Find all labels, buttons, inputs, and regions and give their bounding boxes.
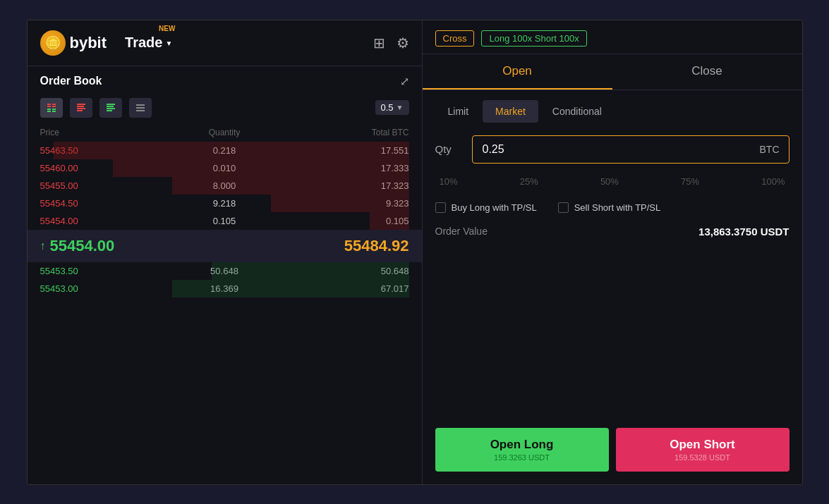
svg-rect-6 <box>47 111 51 112</box>
price-up-arrow-icon: ↑ <box>40 240 46 252</box>
svg-rect-4 <box>47 109 51 110</box>
view-icons <box>40 98 152 118</box>
quantity-column-header: Quantity <box>163 128 286 137</box>
pct-25-button[interactable]: 25% <box>516 173 543 190</box>
svg-rect-3 <box>52 106 56 107</box>
open-short-sub-label: 159.5328 USDT <box>674 453 730 462</box>
order-value-label: Order Value <box>435 226 488 237</box>
pct-10-button[interactable]: 10% <box>435 173 462 190</box>
order-book-controls: 0.5 ▼ <box>28 94 422 125</box>
cross-badge-button[interactable]: Cross <box>435 30 475 47</box>
asks-area: 55463.50 0.218 17.551 55460.00 0.010 17.… <box>28 142 422 230</box>
market-tab[interactable]: Market <box>483 100 538 123</box>
svg-rect-7 <box>52 111 56 112</box>
view-asks-icon <box>75 102 87 113</box>
left-panel: 🪙 bybit NEW Trade ▼ ⊞ ⚙ Order Book ⤢ <box>28 20 423 484</box>
order-book-section: Order Book ⤢ <box>28 66 422 484</box>
open-close-tabs: Open Close <box>423 54 802 90</box>
svg-rect-18 <box>136 110 145 111</box>
open-long-button[interactable]: Open Long 159.3263 USDT <box>435 428 609 472</box>
trade-label: Trade <box>125 35 162 51</box>
header: 🪙 bybit NEW Trade ▼ ⊞ ⚙ <box>28 20 422 66</box>
view-both-icon <box>46 102 57 113</box>
table-row: 55460.00 0.010 17.333 <box>28 159 422 177</box>
conditional-tab[interactable]: Conditional <box>540 100 615 123</box>
percent-row: 10% 25% 50% 75% 100% <box>435 173 789 190</box>
leverage-badge-button[interactable]: Long 100x Short 100x <box>481 30 586 47</box>
order-value-row: Order Value 13,863.3750 USDT <box>435 226 789 238</box>
order-book-title: Order Book <box>40 75 102 87</box>
open-long-sub-label: 159.3263 USDT <box>494 453 550 462</box>
qty-unit: BTC <box>760 144 780 155</box>
svg-rect-16 <box>136 104 145 106</box>
svg-rect-9 <box>77 106 84 107</box>
svg-rect-12 <box>107 104 115 105</box>
qty-input[interactable] <box>472 135 789 164</box>
qty-row: Qty BTC <box>435 135 789 164</box>
table-header: Price Quantity Total BTC <box>28 125 422 142</box>
pct-50-button[interactable]: 50% <box>596 173 623 190</box>
table-row: 55455.00 8.000 17.323 <box>28 177 422 195</box>
form-area: Qty BTC 10% 25% 50% 75% 100% Buy Long wi… <box>423 123 802 428</box>
view-lines-icon <box>135 102 146 113</box>
pct-100-button[interactable]: 100% <box>757 173 789 190</box>
logo-icon: 🪙 <box>40 30 66 56</box>
svg-rect-5 <box>52 109 56 110</box>
limit-tab[interactable]: Limit <box>435 100 482 123</box>
interval-selector[interactable]: 0.5 ▼ <box>375 100 409 115</box>
open-long-label: Open Long <box>490 438 554 452</box>
open-short-button[interactable]: Open Short 159.5328 USDT <box>616 428 789 472</box>
expand-icon[interactable]: ⤢ <box>400 75 409 88</box>
open-short-label: Open Short <box>670 438 735 452</box>
svg-rect-0 <box>47 104 51 105</box>
interval-arrow-icon: ▼ <box>397 104 404 111</box>
order-value-amount: 13,863.3750 USDT <box>698 226 789 238</box>
mid-price-left: ↑ 55454.00 <box>40 237 115 255</box>
svg-rect-14 <box>107 108 115 109</box>
svg-rect-8 <box>77 104 85 105</box>
qty-input-wrapper: BTC <box>472 135 789 164</box>
table-row: 55453.50 50.648 50.648 <box>28 262 422 280</box>
tab-close[interactable]: Close <box>612 54 802 90</box>
table-row: 55463.50 0.218 17.551 <box>28 142 422 159</box>
svg-rect-17 <box>136 107 145 109</box>
table-row: 55453.00 16.369 67.017 <box>28 280 422 297</box>
buy-long-tpsl-checkbox[interactable]: Buy Long with TP/SL <box>435 202 537 213</box>
view-bids-icon <box>105 102 116 113</box>
sell-short-tpsl-checkbox[interactable]: Sell Short with TP/SL <box>558 202 661 213</box>
mid-price-value: 55454.00 <box>50 237 115 255</box>
table-row: 55454.50 9.218 9.323 <box>28 195 422 212</box>
view-lines-icon-button[interactable] <box>129 98 152 118</box>
trade-button[interactable]: NEW Trade ▼ <box>125 35 172 51</box>
svg-rect-15 <box>107 110 112 111</box>
view-bids-icon-button[interactable] <box>99 98 122 118</box>
svg-rect-10 <box>77 108 85 109</box>
order-book-header: Order Book ⤢ <box>28 66 422 94</box>
price-column-header: Price <box>40 128 163 137</box>
order-type-tabs: Limit Market Conditional <box>423 90 802 123</box>
table-row: 55454.00 0.105 0.105 <box>28 212 422 230</box>
view-asks-icon-button[interactable] <box>70 98 92 118</box>
right-top-bar: Cross Long 100x Short 100x <box>423 20 802 54</box>
pct-75-button[interactable]: 75% <box>677 173 703 190</box>
new-badge: NEW <box>159 25 175 32</box>
interval-value: 0.5 <box>381 102 394 113</box>
gear-icon: ⚙ <box>397 35 409 51</box>
svg-rect-1 <box>52 104 56 105</box>
mid-price-row: ↑ 55454.00 55484.92 <box>28 230 422 262</box>
right-panel: Cross Long 100x Short 100x Open Close Li… <box>423 20 802 484</box>
grid-icon-button[interactable]: ⊞ <box>373 35 385 51</box>
logo-area: 🪙 bybit <box>40 30 107 56</box>
checkbox-row: Buy Long with TP/SL Sell Short with TP/S… <box>435 202 789 213</box>
view-both-icon-button[interactable] <box>40 98 63 118</box>
grid-icon: ⊞ <box>373 35 385 51</box>
settings-icon-button[interactable]: ⚙ <box>397 35 409 51</box>
sell-short-tpsl-label: Sell Short with TP/SL <box>574 202 661 213</box>
buy-long-tpsl-label: Buy Long with TP/SL <box>452 202 537 213</box>
action-buttons: Open Long 159.3263 USDT Open Short 159.5… <box>423 428 802 484</box>
tab-open[interactable]: Open <box>423 54 612 90</box>
svg-rect-2 <box>47 106 51 107</box>
mid-price-secondary: 55484.92 <box>344 237 409 255</box>
bids-area: 55453.50 50.648 50.648 55453.00 16.369 6… <box>28 262 422 297</box>
qty-label: Qty <box>435 143 464 155</box>
